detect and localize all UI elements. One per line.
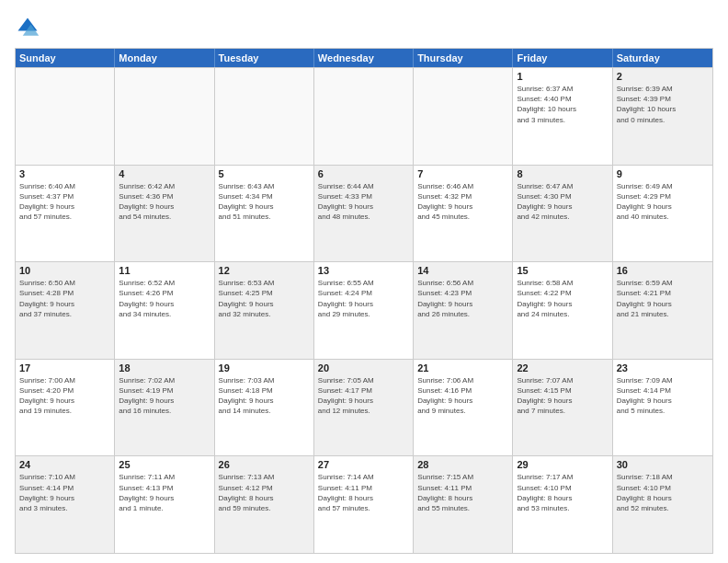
day-cell-24: 24Sunrise: 7:10 AM Sunset: 4:14 PM Dayli… xyxy=(16,456,115,553)
day-cell-11: 11Sunrise: 6:52 AM Sunset: 4:26 PM Dayli… xyxy=(115,262,214,359)
day-number: 3 xyxy=(19,168,110,179)
day-number: 1 xyxy=(517,71,608,82)
day-info: Sunrise: 7:03 AM Sunset: 4:18 PM Dayligh… xyxy=(219,375,310,417)
day-info: Sunrise: 7:18 AM Sunset: 4:10 PM Dayligh… xyxy=(617,472,709,513)
day-number: 2 xyxy=(617,71,709,82)
header-day-thursday: Thursday xyxy=(414,49,513,67)
day-cell-19: 19Sunrise: 7:03 AM Sunset: 4:18 PM Dayli… xyxy=(215,360,314,456)
day-cell-7: 7Sunrise: 6:46 AM Sunset: 4:32 PM Daylig… xyxy=(414,166,513,262)
day-cell-12: 12Sunrise: 6:53 AM Sunset: 4:25 PM Dayli… xyxy=(215,262,314,359)
day-info: Sunrise: 6:56 AM Sunset: 4:23 PM Dayligh… xyxy=(417,278,508,319)
day-info: Sunrise: 6:59 AM Sunset: 4:21 PM Dayligh… xyxy=(617,278,709,319)
day-cell-9: 9Sunrise: 6:49 AM Sunset: 4:29 PM Daylig… xyxy=(613,166,712,262)
calendar: SundayMondayTuesdayWednesdayThursdayFrid… xyxy=(15,48,713,554)
header-day-tuesday: Tuesday xyxy=(215,49,314,67)
day-cell-13: 13Sunrise: 6:55 AM Sunset: 4:24 PM Dayli… xyxy=(314,262,414,359)
day-cell-15: 15Sunrise: 6:58 AM Sunset: 4:22 PM Dayli… xyxy=(513,262,612,359)
calendar-week-2: 3Sunrise: 6:40 AM Sunset: 4:37 PM Daylig… xyxy=(16,165,712,262)
day-number: 23 xyxy=(617,362,709,373)
day-info: Sunrise: 7:02 AM Sunset: 4:19 PM Dayligh… xyxy=(119,375,210,417)
logo-icon xyxy=(15,15,40,40)
day-cell-17: 17Sunrise: 7:00 AM Sunset: 4:20 PM Dayli… xyxy=(16,360,115,456)
day-number: 15 xyxy=(517,265,608,276)
day-cell-27: 27Sunrise: 7:14 AM Sunset: 4:11 PM Dayli… xyxy=(314,456,414,553)
day-number: 19 xyxy=(219,362,310,373)
calendar-week-5: 24Sunrise: 7:10 AM Sunset: 4:14 PM Dayli… xyxy=(16,455,712,553)
day-info: Sunrise: 6:52 AM Sunset: 4:26 PM Dayligh… xyxy=(119,278,210,319)
day-cell-26: 26Sunrise: 7:13 AM Sunset: 4:12 PM Dayli… xyxy=(215,456,314,553)
header-day-wednesday: Wednesday xyxy=(314,49,414,67)
day-info: Sunrise: 7:05 AM Sunset: 4:17 PM Dayligh… xyxy=(318,375,409,417)
day-info: Sunrise: 6:40 AM Sunset: 4:37 PM Dayligh… xyxy=(19,181,110,223)
day-number: 11 xyxy=(119,265,210,276)
day-number: 6 xyxy=(318,168,409,179)
day-cell-18: 18Sunrise: 7:02 AM Sunset: 4:19 PM Dayli… xyxy=(115,360,214,456)
day-info: Sunrise: 7:10 AM Sunset: 4:14 PM Dayligh… xyxy=(19,472,110,513)
day-number: 18 xyxy=(119,362,210,373)
day-info: Sunrise: 6:55 AM Sunset: 4:24 PM Dayligh… xyxy=(318,278,409,319)
day-info: Sunrise: 7:15 AM Sunset: 4:11 PM Dayligh… xyxy=(417,472,508,513)
empty-cell xyxy=(215,68,314,165)
header xyxy=(15,15,713,40)
day-info: Sunrise: 7:00 AM Sunset: 4:20 PM Dayligh… xyxy=(19,375,110,417)
day-info: Sunrise: 6:46 AM Sunset: 4:32 PM Dayligh… xyxy=(417,181,508,223)
day-number: 30 xyxy=(617,459,709,470)
day-info: Sunrise: 6:49 AM Sunset: 4:29 PM Dayligh… xyxy=(617,181,709,223)
day-cell-8: 8Sunrise: 6:47 AM Sunset: 4:30 PM Daylig… xyxy=(513,166,612,262)
header-day-friday: Friday xyxy=(513,49,612,67)
day-number: 24 xyxy=(19,459,110,470)
day-info: Sunrise: 6:50 AM Sunset: 4:28 PM Dayligh… xyxy=(19,278,110,319)
day-cell-28: 28Sunrise: 7:15 AM Sunset: 4:11 PM Dayli… xyxy=(414,456,513,553)
day-number: 22 xyxy=(517,362,608,373)
day-number: 8 xyxy=(517,168,608,179)
day-info: Sunrise: 7:07 AM Sunset: 4:15 PM Dayligh… xyxy=(517,375,608,417)
day-cell-14: 14Sunrise: 6:56 AM Sunset: 4:23 PM Dayli… xyxy=(414,262,513,359)
day-info: Sunrise: 6:58 AM Sunset: 4:22 PM Dayligh… xyxy=(517,278,608,319)
day-number: 25 xyxy=(119,459,210,470)
day-number: 17 xyxy=(19,362,110,373)
day-cell-20: 20Sunrise: 7:05 AM Sunset: 4:17 PM Dayli… xyxy=(314,360,414,456)
day-cell-21: 21Sunrise: 7:06 AM Sunset: 4:16 PM Dayli… xyxy=(414,360,513,456)
day-info: Sunrise: 6:39 AM Sunset: 4:39 PM Dayligh… xyxy=(617,84,709,125)
day-cell-2: 2Sunrise: 6:39 AM Sunset: 4:39 PM Daylig… xyxy=(613,68,712,165)
header-day-monday: Monday xyxy=(115,49,214,67)
day-info: Sunrise: 7:13 AM Sunset: 4:12 PM Dayligh… xyxy=(219,472,310,513)
day-cell-16: 16Sunrise: 6:59 AM Sunset: 4:21 PM Dayli… xyxy=(613,262,712,359)
day-info: Sunrise: 6:37 AM Sunset: 4:40 PM Dayligh… xyxy=(517,84,608,125)
day-cell-29: 29Sunrise: 7:17 AM Sunset: 4:10 PM Dayli… xyxy=(513,456,612,553)
calendar-body: 1Sunrise: 6:37 AM Sunset: 4:40 PM Daylig… xyxy=(16,67,712,553)
day-cell-3: 3Sunrise: 6:40 AM Sunset: 4:37 PM Daylig… xyxy=(16,166,115,262)
page: SundayMondayTuesdayWednesdayThursdayFrid… xyxy=(0,0,728,563)
day-info: Sunrise: 7:11 AM Sunset: 4:13 PM Dayligh… xyxy=(119,472,210,513)
day-info: Sunrise: 6:53 AM Sunset: 4:25 PM Dayligh… xyxy=(219,278,310,319)
day-number: 20 xyxy=(318,362,409,373)
day-cell-30: 30Sunrise: 7:18 AM Sunset: 4:10 PM Dayli… xyxy=(613,456,712,553)
day-cell-25: 25Sunrise: 7:11 AM Sunset: 4:13 PM Dayli… xyxy=(115,456,214,553)
day-number: 13 xyxy=(318,265,409,276)
day-cell-5: 5Sunrise: 6:43 AM Sunset: 4:34 PM Daylig… xyxy=(215,166,314,262)
day-number: 12 xyxy=(219,265,310,276)
day-cell-4: 4Sunrise: 6:42 AM Sunset: 4:36 PM Daylig… xyxy=(115,166,214,262)
day-info: Sunrise: 6:44 AM Sunset: 4:33 PM Dayligh… xyxy=(318,181,409,223)
day-number: 28 xyxy=(417,459,508,470)
day-number: 27 xyxy=(318,459,409,470)
empty-cell xyxy=(115,68,214,165)
empty-cell xyxy=(16,68,115,165)
day-number: 10 xyxy=(19,265,110,276)
empty-cell xyxy=(414,68,513,165)
day-number: 5 xyxy=(219,168,310,179)
day-cell-23: 23Sunrise: 7:09 AM Sunset: 4:14 PM Dayli… xyxy=(613,360,712,456)
day-cell-10: 10Sunrise: 6:50 AM Sunset: 4:28 PM Dayli… xyxy=(16,262,115,359)
logo xyxy=(15,15,44,40)
day-number: 7 xyxy=(417,168,508,179)
day-number: 4 xyxy=(119,168,210,179)
day-number: 14 xyxy=(417,265,508,276)
day-info: Sunrise: 6:42 AM Sunset: 4:36 PM Dayligh… xyxy=(119,181,210,223)
day-number: 16 xyxy=(617,265,709,276)
empty-cell xyxy=(314,68,414,165)
day-cell-1: 1Sunrise: 6:37 AM Sunset: 4:40 PM Daylig… xyxy=(513,68,612,165)
day-info: Sunrise: 7:09 AM Sunset: 4:14 PM Dayligh… xyxy=(617,375,709,417)
day-cell-22: 22Sunrise: 7:07 AM Sunset: 4:15 PM Dayli… xyxy=(513,360,612,456)
day-number: 29 xyxy=(517,459,608,470)
day-info: Sunrise: 6:43 AM Sunset: 4:34 PM Dayligh… xyxy=(219,181,310,223)
